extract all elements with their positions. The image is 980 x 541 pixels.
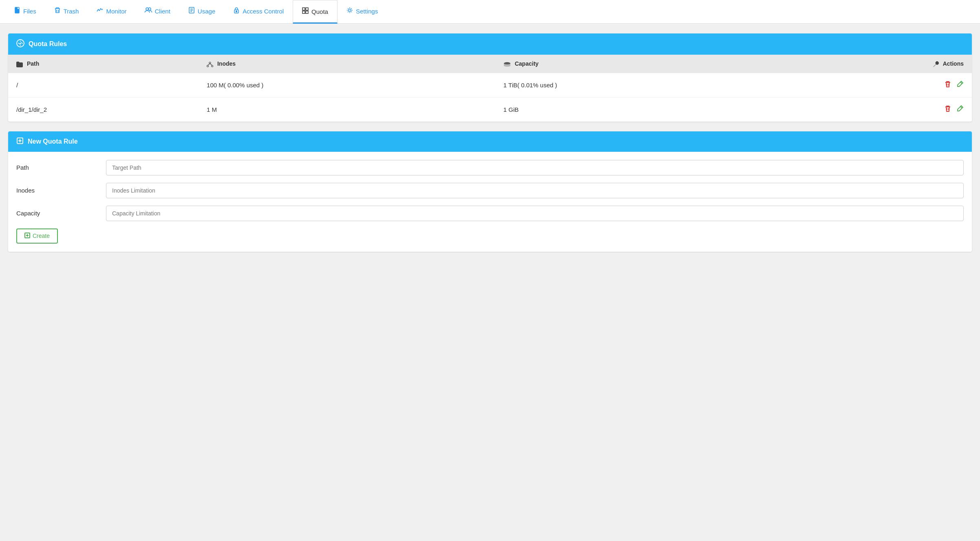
svg-point-1: [146, 8, 148, 10]
path-label: Path: [16, 164, 98, 171]
row1-capacity: 1 TiB( 0.01% used ): [495, 73, 779, 98]
create-plus-icon: [24, 233, 30, 239]
capacity-icon: [503, 60, 512, 67]
tab-usage-label: Usage: [198, 8, 215, 15]
tab-files[interactable]: Files: [5, 0, 45, 23]
row2-inodes: 1 M: [199, 97, 495, 122]
create-button[interactable]: Create: [16, 228, 58, 244]
quota-rules-title: Quota Rules: [29, 40, 67, 48]
row1-action-icons: [788, 80, 964, 90]
svg-point-16: [207, 65, 208, 67]
new-quota-rule-panel: New Quota Rule Path Inodes Capacity Crea…: [8, 131, 972, 252]
tab-trash-label: Trash: [64, 8, 79, 15]
svg-line-18: [207, 64, 210, 65]
svg-point-15: [209, 62, 211, 64]
usage-icon: [188, 7, 195, 15]
row1-inodes: 100 M( 0.00% used ): [199, 73, 495, 98]
row1-actions: [779, 73, 972, 98]
top-navigation: Files Trash Monitor Client Usage Access …: [0, 0, 980, 24]
table-row: /dir_1/dir_2 1 M 1 GiB: [8, 97, 972, 122]
tab-files-label: Files: [23, 8, 36, 15]
new-quota-rule-header: New Quota Rule: [8, 131, 972, 152]
svg-rect-12: [306, 11, 308, 13]
tab-access-control-label: Access Control: [243, 8, 284, 15]
capacity-label: Capacity: [16, 210, 98, 217]
quota-rules-panel: Quota Rules Path: [8, 33, 972, 122]
svg-point-17: [212, 65, 213, 67]
quota-icon: [302, 7, 309, 16]
monitor-icon: [97, 7, 103, 15]
svg-rect-9: [302, 8, 305, 10]
access-control-icon: [233, 7, 240, 15]
settings-icon: [347, 7, 353, 15]
row2-edit-button[interactable]: [956, 105, 964, 114]
main-content: Quota Rules Path: [0, 24, 980, 262]
create-button-label: Create: [33, 233, 50, 239]
col-capacity: Capacity: [495, 55, 779, 73]
svg-point-2: [148, 8, 151, 10]
quota-rules-body: Path Inodes Capacity: [8, 55, 972, 122]
capacity-input[interactable]: [106, 206, 964, 221]
form-row-path: Path: [16, 160, 964, 175]
files-icon: [14, 7, 20, 15]
client-icon: [145, 7, 152, 15]
row1-edit-button[interactable]: [956, 80, 964, 90]
quota-rules-icon: [16, 39, 24, 49]
wrench-icon: [933, 60, 940, 67]
svg-rect-11: [302, 11, 305, 13]
svg-line-19: [210, 64, 212, 65]
tab-monitor[interactable]: Monitor: [88, 0, 135, 23]
row2-capacity: 1 GiB: [495, 97, 779, 122]
inodes-input[interactable]: [106, 183, 964, 198]
tab-trash[interactable]: Trash: [45, 0, 88, 23]
col-actions: Actions: [779, 55, 972, 73]
col-inodes: Inodes: [199, 55, 495, 73]
tab-client[interactable]: Client: [136, 0, 179, 23]
svg-rect-10: [306, 8, 308, 10]
folder-icon: [16, 60, 24, 67]
tab-settings-label: Settings: [356, 8, 378, 15]
tab-access-control[interactable]: Access Control: [224, 0, 293, 23]
row2-actions: [779, 97, 972, 122]
tab-quota-label: Quota: [311, 8, 328, 15]
new-quota-rule-icon: [16, 137, 24, 146]
row2-path: /dir_1/dir_2: [8, 97, 199, 122]
row2-action-icons: [788, 105, 964, 114]
svg-point-13: [349, 9, 351, 11]
col-path: Path: [8, 55, 199, 73]
quota-rules-header: Quota Rules: [8, 33, 972, 55]
table-header-row: Path Inodes Capacity: [8, 55, 972, 73]
row2-delete-button[interactable]: [944, 105, 951, 114]
new-quota-rule-body: Path Inodes Capacity Create: [8, 152, 972, 252]
new-quota-rule-title: New Quota Rule: [28, 138, 78, 145]
inodes-label: Inodes: [16, 187, 98, 194]
form-row-capacity: Capacity: [16, 206, 964, 221]
tab-usage[interactable]: Usage: [179, 0, 224, 23]
table-row: / 100 M( 0.00% used ) 1 TiB( 0.01% used …: [8, 73, 972, 98]
tab-quota[interactable]: Quota: [293, 0, 338, 24]
tab-client-label: Client: [155, 8, 170, 15]
form-row-inodes: Inodes: [16, 183, 964, 198]
quota-table: Path Inodes Capacity: [8, 55, 972, 122]
row1-delete-button[interactable]: [944, 80, 951, 90]
path-input[interactable]: [106, 160, 964, 175]
tab-settings[interactable]: Settings: [338, 0, 387, 23]
row1-path: /: [8, 73, 199, 98]
svg-point-8: [236, 11, 237, 12]
tab-monitor-label: Monitor: [106, 8, 126, 15]
inodes-icon: [207, 60, 215, 67]
trash-icon: [54, 7, 61, 15]
